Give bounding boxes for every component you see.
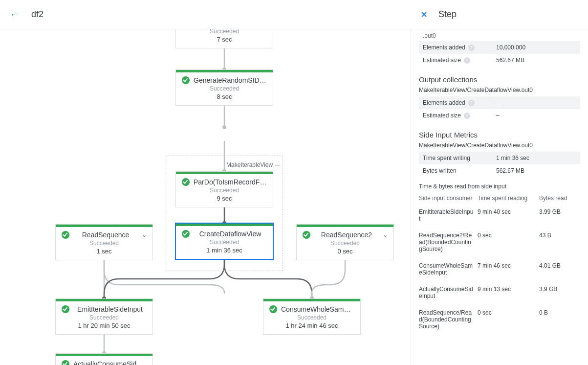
node-actually-consume[interactable]: ActuallyConsumeSideI... Succeeded 1 hr 1… xyxy=(55,353,153,365)
side-input-metrics-title: Side Input Metrics xyxy=(419,131,580,139)
side-panel-title: Step xyxy=(438,9,457,20)
node-consume-whole[interactable]: ConsumeWholeSameSi... Succeeded 1 hr 24 … xyxy=(263,298,361,335)
table-row: EmitIterableSideInput9 min 40 sec3.99 GB xyxy=(419,204,580,227)
node-time: 1 hr 24 min 46 sec xyxy=(263,321,360,334)
check-icon xyxy=(269,305,277,313)
close-icon[interactable]: ✕ xyxy=(420,9,428,20)
node-time: 8 sec xyxy=(176,92,273,105)
check-icon xyxy=(303,231,310,239)
node-name: CreateDataflowView xyxy=(194,230,267,238)
node-status: Succeeded xyxy=(263,314,360,321)
help-icon[interactable]: ? xyxy=(464,113,470,119)
node-time: 9 sec xyxy=(176,194,273,207)
node-status: Succeeded xyxy=(56,240,152,247)
kv-elements-added-input: Elements added? 10,000,000 xyxy=(419,41,580,54)
check-icon xyxy=(62,305,69,313)
chevron-up-icon: ︿ xyxy=(275,160,281,169)
node-time: 1 min 36 sec xyxy=(176,246,273,259)
node-time: 1 sec xyxy=(56,247,152,260)
node-generate-random[interactable]: GenerateRandomSIData Succeeded 8 sec xyxy=(175,69,273,106)
node-name: ParDo(ToIsmRecordFor... xyxy=(194,178,267,186)
kv-bytes-written: Bytes written 562.67 MB xyxy=(419,164,580,177)
kv-elements-added-output: Elements added? – xyxy=(419,96,580,109)
graph-canvas[interactable]: Succeeded 7 sec GenerateRandomSIData Suc… xyxy=(0,29,411,365)
output-collection-name: MakeIterableView/CreateDataflowView.out0 xyxy=(419,87,580,93)
node-pardo[interactable]: ParDo(ToIsmRecordFor... Succeeded 9 sec xyxy=(175,171,273,207)
help-icon[interactable]: ? xyxy=(468,45,475,51)
kv-time-writing: Time spent writing 1 min 36 sec xyxy=(419,152,580,164)
node-status: Succeeded xyxy=(176,29,273,35)
node-read-sequence[interactable]: ReadSequence⌄ Succeeded 1 sec xyxy=(55,224,153,260)
table-row: ConsumeWholeSameSideInput7 min 46 sec4.0… xyxy=(419,257,580,281)
side-input-name: MakeIterableView/CreateDataflowView.out0 xyxy=(419,142,580,149)
table-row: ReadSequence/Read(BoundedCountingSource)… xyxy=(419,304,580,335)
node-time: 1 hr 20 min 50 sec xyxy=(56,321,152,334)
node-status: Succeeded xyxy=(297,240,393,247)
node-time: 0 sec xyxy=(297,247,393,260)
svg-point-1 xyxy=(222,125,226,129)
back-arrow-icon[interactable]: ← xyxy=(10,9,20,20)
help-icon[interactable]: ? xyxy=(468,100,475,106)
read-table: Side input consumer Time spent reading B… xyxy=(419,193,580,335)
col-consumer: Side input consumer xyxy=(419,195,478,202)
node-status: Succeeded xyxy=(176,85,273,92)
check-icon xyxy=(62,360,69,365)
node-status: Succeeded xyxy=(56,314,152,321)
node-status: Succeeded xyxy=(176,187,273,194)
output-collections-title: Output collections xyxy=(419,75,580,84)
read-table-title: Time & bytes read from side input xyxy=(419,183,580,190)
node-name: ReadSequence xyxy=(73,231,138,239)
node-name: ActuallyConsumeSideI... xyxy=(73,360,147,365)
kv-estimated-size-output: Estimated size? – xyxy=(419,109,580,122)
col-time: Time spent reading xyxy=(478,195,539,202)
table-row: ActuallyConsumeSideInput9 min 13 sec3.9 … xyxy=(419,281,580,304)
group-label[interactable]: MakeIterableView ︿ xyxy=(226,160,281,169)
node-name: EmitIterableSideInput xyxy=(73,305,147,313)
node-name: GenerateRandomSIData xyxy=(194,76,267,84)
chevron-down-icon[interactable]: ⌄ xyxy=(383,231,388,238)
check-icon xyxy=(182,178,190,186)
chevron-down-icon[interactable]: ⌄ xyxy=(142,231,147,238)
table-row: ReadSequence2/Read(BoundedCountingSource… xyxy=(419,227,580,257)
check-icon xyxy=(182,76,190,84)
kv-estimated-size-input: Estimated size? 562.67 MB xyxy=(419,54,580,67)
node-partial-top[interactable]: Succeeded 7 sec xyxy=(175,29,273,48)
side-panel-header: ✕ Step xyxy=(411,0,588,29)
check-icon xyxy=(62,231,69,239)
node-read-sequence-2[interactable]: ReadSequence2⌄ Succeeded 0 sec xyxy=(296,224,394,260)
group-label-text: MakeIterableView xyxy=(226,161,273,168)
side-panel: .out0 Elements added? 10,000,000 Estimat… xyxy=(411,29,588,365)
node-status: Succeeded xyxy=(176,239,273,246)
node-name: ReadSequence2 xyxy=(314,231,379,239)
node-emit-iterable[interactable]: EmitIterableSideInput Succeeded 1 hr 20 … xyxy=(55,298,153,335)
input-collection-name-truncated: .out0 xyxy=(419,29,580,41)
node-name: ConsumeWholeSameSi... xyxy=(281,305,354,313)
check-icon xyxy=(182,230,190,238)
node-time: 7 sec xyxy=(176,35,273,48)
col-bytes: Bytes read xyxy=(539,195,573,202)
node-create-dataflow-view[interactable]: CreateDataflowView Succeeded 1 min 36 se… xyxy=(175,223,273,259)
help-icon[interactable]: ? xyxy=(464,57,470,64)
